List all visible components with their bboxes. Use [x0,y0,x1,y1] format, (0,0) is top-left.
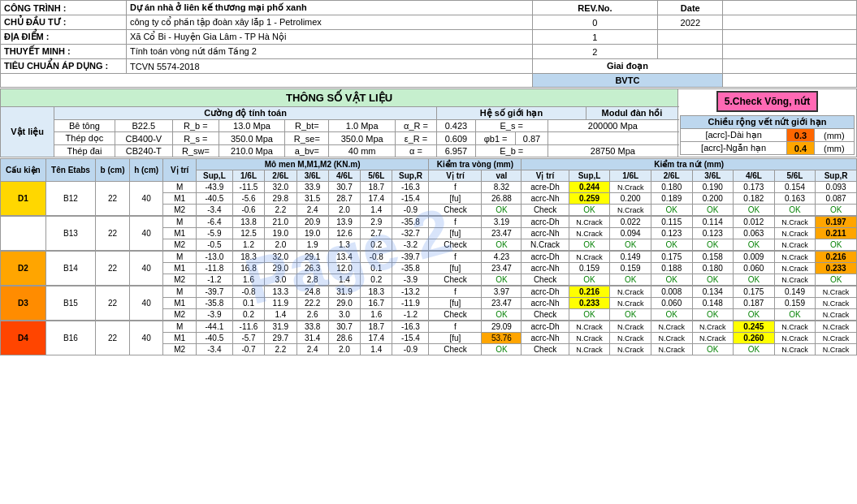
table-cell: 0.115 [651,217,692,228]
table-cell: N.Crack [774,252,816,263]
check-vong-nut-button[interactable]: 5.Check Võng, nứt [716,91,818,112]
table-cell: N.Crack [569,217,610,228]
table-cell: -13.2 [392,286,429,298]
rsw-val: 210.0 Mpa [219,145,285,157]
header-info-table: CÔNG TRÌNH : Dự án nhà ở liên kế thương … [0,0,857,88]
table-cell: 1.6 [361,309,392,321]
table-cell: 0.260 [734,333,775,344]
date-label: Date [658,1,723,15]
table-cell: N.Crack [774,321,816,333]
date0: 2022 [658,15,723,30]
col-supr: Sup,R [392,170,429,182]
table-cell: acrc-Dh [522,286,569,298]
table-cell: 31.5 [296,193,328,205]
table-cell: N.Crack [569,252,610,263]
empty3 [723,30,857,45]
table-cell: 32.0 [265,182,296,193]
table-cell: OK [734,205,775,216]
table-cell: -3.9 [392,274,429,286]
table-cell: 28.7 [328,193,360,205]
table-cell: 29.8 [265,193,296,205]
table-cell: -0.9 [392,205,429,216]
date1 [658,30,723,45]
table-cell: -11.9 [392,298,429,309]
table-cell: M2 [163,344,196,355]
empty7 [723,74,857,88]
table-cell: 2.7 [361,228,392,239]
table-cell: 1.2 [232,239,264,251]
table-cell: 0.200 [610,193,651,205]
es-val: 200000 Mpa [548,120,677,132]
table-cell: M2 [163,205,196,216]
table-cell: 0.233 [816,263,857,274]
table-cell: OK [482,309,522,321]
table-cell: 19.0 [296,228,328,239]
table-cell: -11.6 [232,321,264,333]
table-cell: -6.4 [196,217,232,228]
table-cell: 29.0 [265,263,296,274]
rev-no-label: REV.No. [532,1,658,15]
acrc-ngan-label: [acrc]-Ngắn hạn [681,142,787,155]
table-cell: 2.9 [361,217,392,228]
table-cell: M [163,217,196,228]
table-cell: M1 [163,263,196,274]
table-cell: Check [429,239,482,251]
table-cell: 12.5 [232,228,264,239]
table-cell: OK [482,239,522,251]
col-h: h (cm) [129,159,163,182]
col-vitri: Vị trí [163,159,196,182]
table-cell: N.Crack [651,321,692,333]
table-cell: 0.094 [610,228,651,239]
table-cell: OK [651,239,692,251]
h-val: 40 [129,286,163,321]
table-cell: 1.4 [361,205,392,216]
table-cell: 0.2 [232,309,264,321]
table-cell: N.Crack [816,298,857,309]
thep-dai-label: Thép đai [54,145,115,157]
acrc-dai-label: [acrc]-Dài hạn [681,129,787,142]
table-cell: M2 [163,309,196,321]
table-cell: OK [734,309,775,321]
table-cell: 0.148 [692,298,734,309]
table-cell: 1.6 [232,274,264,286]
table-cell: 0.2 [361,274,392,286]
table-cell: N.Crack [569,321,610,333]
vatlieu-table: THÔNG SỐ VẬT LIỆU 5.Check Võng, nứt Chiề… [0,88,857,157]
table-cell: Check [429,205,482,216]
table-cell: 0.2 [361,239,392,251]
table-cell: 2.0 [265,239,296,251]
table-cell: M1 [163,228,196,239]
table-cell: N.Crack [774,239,816,251]
table-cell: -15.4 [392,333,429,344]
table-cell: 23.47 [482,228,522,239]
heso-title: Hệ số giới hạn [437,107,586,120]
table-cell: f [429,321,482,333]
etabs-name: B15 [45,286,96,321]
table-cell: -16.3 [392,182,429,193]
col-nut-4-6l: 4/6L [734,170,775,182]
table-cell: OK [816,239,857,251]
cau-kien-label: D1 [1,182,46,216]
table-cell: acrc-Nh [522,228,569,239]
table-cell: 0.197 [816,217,857,228]
table-cell: OK [610,274,651,286]
table-cell: 2.0 [328,205,360,216]
b-val: 22 [96,182,130,216]
table-cell: 19.0 [265,228,296,239]
table-cell: N.Crack [522,239,569,251]
table-cell: [fu] [429,298,482,309]
table-cell: N.Crack [569,333,610,344]
table-cell: 0.149 [610,252,651,263]
table-cell: 4.23 [482,252,522,263]
er-val: 0.609 [437,132,476,145]
table-cell: 30.7 [328,321,360,333]
table-cell: N.Crack [610,182,651,193]
table-cell: -5.6 [232,193,264,205]
table-cell: N.Crack [816,286,857,298]
table-cell: 0.1 [361,263,392,274]
table-cell: Check [522,309,569,321]
table-cell: f [429,182,482,193]
table-cell: 0.189 [651,193,692,205]
table-cell: [fu] [429,228,482,239]
table-cell: -5.7 [232,333,264,344]
